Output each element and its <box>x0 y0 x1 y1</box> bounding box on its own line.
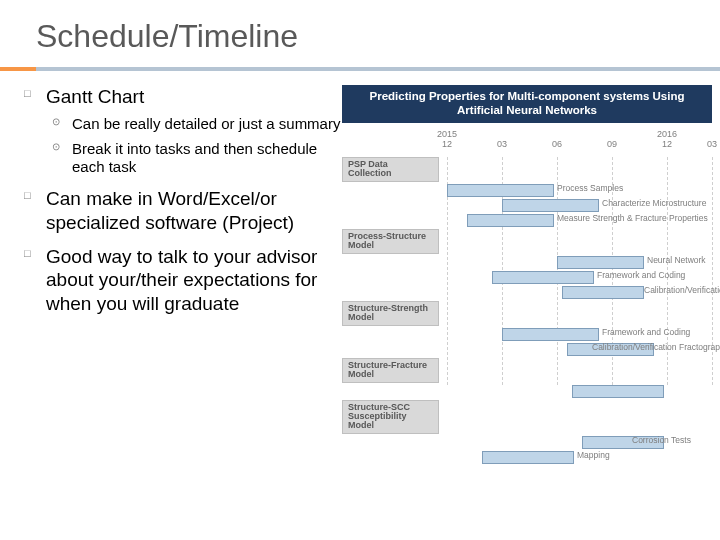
gantt-chart: Predicting Properties for Multi-componen… <box>342 85 712 385</box>
sub-bullet-detail: Can be really detailed or just a summary <box>46 115 342 134</box>
task-label: Calibration/Verification Fractography <box>592 342 720 352</box>
task-row: Calibration/Verification Fractography <box>342 341 712 356</box>
chart-title: Predicting Properties for Multi-componen… <box>342 85 712 123</box>
bullet-gantt: Gantt Chart Can be really detailed or ju… <box>18 85 342 177</box>
slide: Schedule/Timeline Gantt Chart Can be rea… <box>0 0 720 540</box>
task-row: Framework and Coding <box>342 269 712 284</box>
task-label: Corrosion Tests <box>632 435 691 445</box>
task-row: Characterize Microstructure <box>342 197 712 212</box>
task-row: Process Samples <box>342 182 712 197</box>
bullet-gantt-label: Gantt Chart <box>46 86 144 107</box>
task-label: Characterize Microstructure <box>602 198 706 208</box>
axis-tick: 09 <box>597 129 627 149</box>
group-header: Structure-SCC Susceptibility Model <box>342 400 439 434</box>
task-label: Neural Network <box>647 255 706 265</box>
group-header: Process-Structure Model <box>342 229 439 254</box>
task-bar <box>502 199 599 212</box>
axis-tick: 201612 <box>652 129 682 149</box>
chart-group: Structure-SCC Susceptibility ModelCorros… <box>342 400 712 464</box>
task-label: Measure Strength & Fracture Properties <box>557 213 708 223</box>
task-bar <box>502 328 599 341</box>
accent-grey <box>36 67 720 71</box>
chart-group: Process-Structure ModelNeural NetworkFra… <box>342 229 712 299</box>
task-row: Measure Strength & Fracture Properties <box>342 212 712 227</box>
task-label: Framework and Coding <box>602 327 690 337</box>
task-row: Framework and Coding <box>342 326 712 341</box>
task-bar <box>467 214 554 227</box>
task-label: Mapping <box>577 450 610 460</box>
slide-title: Schedule/Timeline <box>0 0 720 67</box>
task-row: Calibration/Verification <box>342 284 712 299</box>
task-label: Process Samples <box>557 183 623 193</box>
task-bar <box>492 271 594 284</box>
axis-tick: 03 <box>487 129 517 149</box>
task-bar <box>447 184 554 197</box>
sub-bullet-break: Break it into tasks and then schedule ea… <box>46 140 342 178</box>
sub-bullet-list: Can be really detailed or just a summary… <box>46 115 342 177</box>
axis-tick: 201512 <box>432 129 462 149</box>
task-row: Mapping <box>342 449 712 464</box>
accent-orange <box>0 67 36 71</box>
task-bar <box>482 451 574 464</box>
chart-group: Structure-Strength ModelFramework and Co… <box>342 301 712 356</box>
task-label: Framework and Coding <box>597 270 685 280</box>
slide-body: Gantt Chart Can be really detailed or ju… <box>0 71 720 385</box>
bullet-list: Gantt Chart Can be really detailed or ju… <box>18 85 342 316</box>
task-label: Calibration/Verification <box>644 285 720 295</box>
chart-group: Structure-Fracture Model <box>342 358 712 398</box>
task-bar <box>572 385 664 398</box>
task-bar <box>557 256 644 269</box>
group-header: PSP Data Collection <box>342 157 439 182</box>
chart-column: Predicting Properties for Multi-componen… <box>342 85 712 385</box>
task-row <box>342 383 712 398</box>
bullet-advisor: Good way to talk to your advisor about y… <box>18 245 342 316</box>
axis-tick: 03 <box>697 129 720 149</box>
accent-bar <box>0 67 720 71</box>
task-row: Corrosion Tests <box>342 434 712 449</box>
task-row: Neural Network <box>342 254 712 269</box>
bullet-software: Can make in Word/Excel/or specialized so… <box>18 187 342 235</box>
task-bar <box>562 286 644 299</box>
axis-tick: 06 <box>542 129 572 149</box>
chart-group: PSP Data CollectionProcess SamplesCharac… <box>342 157 712 227</box>
chart-rows: PSP Data CollectionProcess SamplesCharac… <box>342 157 712 466</box>
group-header: Structure-Strength Model <box>342 301 439 326</box>
text-column: Gantt Chart Can be really detailed or ju… <box>0 85 342 385</box>
group-header: Structure-Fracture Model <box>342 358 439 383</box>
